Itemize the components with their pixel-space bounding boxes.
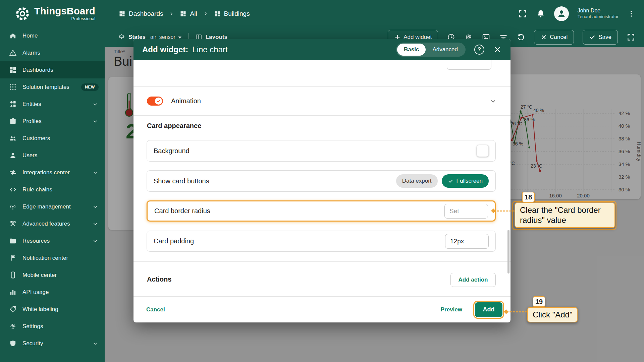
tab-basic[interactable]: Basic [397, 44, 426, 56]
sidebar-item-icon [9, 271, 17, 279]
sidebar-item-icon [9, 66, 17, 74]
logo-gear-icon [15, 6, 30, 21]
chevron-down-icon [92, 169, 99, 176]
help-button[interactable]: ? [474, 45, 484, 55]
sidebar-item[interactable]: Resources [0, 232, 105, 249]
chevron-right-icon [168, 11, 174, 17]
sidebar-item[interactable]: Advanced features [0, 215, 105, 232]
sidebar-item-icon [9, 220, 17, 228]
sidebar-item-label: Entities [22, 101, 86, 108]
basic-advanced-toggle: Basic Advanced [396, 43, 466, 57]
sidebar-item[interactable]: Users [0, 147, 105, 164]
sidebar-item[interactable]: Notification center [0, 249, 105, 266]
sidebar-item-label: Mobile center [22, 272, 99, 279]
add-button[interactable]: Add [475, 302, 502, 317]
dialog-title-prefix: Add widget: [142, 45, 188, 54]
notifications-bell-icon[interactable] [536, 9, 545, 18]
new-badge: NEW [81, 83, 99, 91]
sidebar-item-label: Dashboards [22, 67, 99, 73]
chevron-down-icon [92, 118, 99, 125]
check-icon [448, 178, 453, 184]
more-menu-icon[interactable] [627, 9, 635, 18]
sidebar-item[interactable]: Dashboards [0, 61, 105, 78]
caret-down-icon [178, 37, 181, 39]
dialog-scrollbar[interactable] [507, 230, 509, 274]
card-padding-input[interactable] [445, 234, 489, 249]
save-button[interactable]: Save [583, 30, 618, 45]
close-dialog-icon[interactable] [493, 45, 502, 54]
cancel-edit-button[interactable]: Cancel [534, 30, 574, 45]
show-card-buttons-label: Show card buttons [154, 177, 209, 185]
sidebar-item[interactable]: API usage [0, 284, 105, 301]
sidebar-item-label: Users [22, 152, 99, 159]
background-color-swatch[interactable] [477, 145, 489, 157]
sidebar-item[interactable]: Rule chains [0, 181, 105, 198]
sidebar-item-icon [9, 152, 17, 159]
step18-number-badge: 18 [522, 192, 535, 202]
sidebar-item-label: White labeling [22, 306, 99, 313]
add-widget-dialog: Add widget: Line chart Basic Advanced ? … [133, 39, 511, 322]
sidebar-item[interactable]: Security [0, 335, 105, 352]
sidebar-item[interactable]: Solution templates NEW [0, 78, 105, 96]
add-action-button[interactable]: Add action [450, 273, 496, 287]
actions-heading: Actions [147, 276, 171, 283]
breadcrumb: Dashboards All Buildings [119, 10, 250, 17]
animation-toggle[interactable] [147, 97, 163, 106]
sidebar-item[interactable]: Mobile center [0, 266, 105, 284]
scrolled-input-remnant [447, 60, 491, 70]
user-role: Tenant administrator [578, 14, 619, 20]
sidebar-item[interactable]: White labeling [0, 301, 105, 318]
sidebar-item-label: Alarms [22, 50, 99, 56]
breadcrumb-all[interactable]: All [180, 10, 197, 17]
user-menu[interactable]: John Doe Tenant administrator [578, 7, 619, 20]
preview-link[interactable]: Preview [436, 303, 467, 316]
breadcrumb-dashboards[interactable]: Dashboards [119, 10, 163, 17]
app-logo[interactable]: ThingsBoard Professional [0, 6, 105, 21]
sidebar-item-icon [9, 169, 17, 176]
dashboard-group-icon [180, 10, 186, 17]
save-label: Save [598, 34, 611, 41]
sidebar-item[interactable]: Edge management [0, 198, 105, 215]
show-card-buttons-row: Show card buttons Data export Fullscreen [147, 170, 496, 192]
toggle-knob [155, 98, 162, 105]
brand: ThingsBoard Professional [34, 6, 95, 21]
cancel-edit-label: Cancel [550, 34, 568, 41]
divider [133, 261, 511, 262]
card-padding-row: Card padding [147, 231, 496, 252]
sidebar-item[interactable]: Entities [0, 96, 105, 113]
sidebar-item[interactable]: Alarms [0, 44, 105, 61]
sidebar-item[interactable]: Customers [0, 130, 105, 147]
sidebar-item-label: API usage [22, 289, 99, 296]
sidebar-item-label: Rule chains [22, 186, 99, 193]
sidebar-item[interactable]: Integrations center [0, 164, 105, 181]
card-border-radius-input[interactable] [444, 204, 488, 219]
dashboards-icon [119, 10, 125, 17]
check-icon [589, 34, 596, 41]
sidebar-item-label: Integrations center [22, 169, 86, 176]
chevron-down-icon [92, 340, 99, 347]
dialog-header: Add widget: Line chart Basic Advanced ? [133, 39, 511, 60]
sidebar-item[interactable]: Settings [0, 318, 105, 335]
avatar[interactable] [554, 6, 569, 21]
fullscreen-chip-label: Fullscreen [457, 178, 483, 184]
dialog-cancel-link[interactable]: Cancel [142, 303, 170, 316]
data-export-chip[interactable]: Data export [396, 174, 438, 188]
chevron-right-icon [203, 11, 209, 17]
version-history-icon[interactable] [517, 33, 525, 42]
chevron-down-icon [92, 203, 99, 210]
expand-fullscreen-icon[interactable] [627, 33, 635, 42]
tab-advanced[interactable]: Advanced [426, 44, 465, 56]
fullscreen-chip[interactable]: Fullscreen [442, 174, 489, 188]
fullscreen-icon[interactable] [518, 9, 527, 18]
add-action-label: Add action [459, 277, 488, 283]
animation-section-header[interactable]: Animation [133, 87, 511, 115]
brand-name: ThingsBoard [34, 6, 95, 16]
sidebar-item[interactable]: Profiles [0, 113, 105, 130]
check-icon [156, 99, 161, 103]
sidebar-item-icon [9, 32, 17, 40]
top-header: ThingsBoard Professional Dashboards All … [0, 0, 644, 27]
sidebar-item[interactable]: Home [0, 27, 105, 44]
close-icon [540, 34, 547, 41]
sidebar: Home Alarms Dashboards Solution template… [0, 27, 105, 362]
breadcrumb-buildings[interactable]: Buildings [214, 10, 250, 17]
